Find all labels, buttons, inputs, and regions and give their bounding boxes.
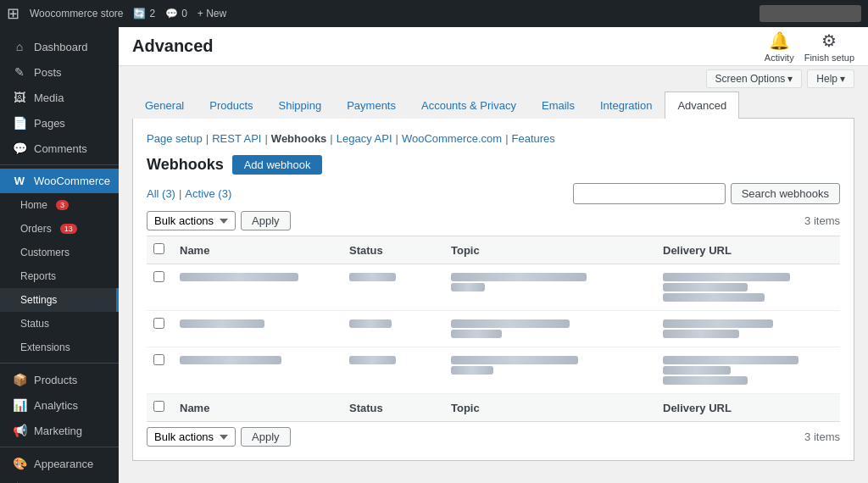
filter-active[interactable]: Active (3) (185, 187, 231, 200)
sub-nav-sep-4: | (396, 132, 398, 145)
extensions-label: Extensions (20, 341, 70, 353)
chevron-down-icon-help: ▾ (840, 73, 845, 85)
posts-icon: ✎ (12, 65, 27, 79)
sub-nav-sep-2: | (264, 132, 267, 145)
tab-integration[interactable]: Integration (587, 92, 665, 119)
bulk-bar-top: Bulk actions Apply 3 items (147, 211, 840, 230)
bulk-apply-button-top[interactable]: Apply (241, 211, 291, 230)
table-header-checkbox (147, 236, 171, 264)
options-bar: Screen Options ▾ Help ▾ (119, 66, 868, 92)
row-2-topic (442, 311, 654, 347)
search-webhooks-input[interactable] (573, 183, 726, 204)
help-button[interactable]: Help ▾ (807, 69, 854, 88)
add-webhook-button[interactable]: Add webhook (232, 155, 323, 175)
wc-tabs: General Products Shipping Payments Accou… (132, 92, 854, 119)
sidebar-item-status[interactable]: Status (0, 312, 119, 336)
row-2-checkbox[interactable] (153, 318, 164, 329)
tab-accounts-privacy[interactable]: Accounts & Privacy (409, 92, 529, 119)
sidebar-item-label: Analytics (34, 399, 78, 412)
sidebar-item-customers[interactable]: Customers (0, 241, 119, 264)
table-header-row: Name Status Topic Delivery URL (147, 236, 840, 264)
status-label: Status (20, 318, 49, 330)
row-1-topic (442, 264, 654, 311)
row-1-delivery-2 (663, 283, 748, 291)
row-checkbox-1 (147, 264, 171, 311)
sidebar-item-reports[interactable]: Reports (0, 264, 119, 288)
row-3-checkbox[interactable] (153, 354, 164, 365)
table-row (147, 347, 840, 394)
sidebar-item-extensions[interactable]: Extensions (0, 336, 119, 359)
bulk-actions-select-bottom[interactable]: Bulk actions (147, 427, 236, 447)
sidebar-item-appearance[interactable]: 🎨 Appearance (0, 451, 119, 476)
sidebar-item-comments[interactable]: 💬 Comments (0, 136, 119, 161)
comments-icon: 💬 (12, 142, 27, 155)
row-3-delivery-2 (663, 366, 731, 375)
appearance-icon: 🎨 (12, 457, 27, 470)
sidebar-item-dashboard[interactable]: ⌂ Dashboard (0, 34, 119, 59)
sidebar-item-label: Media (34, 92, 64, 104)
section-title: Webhooks (147, 156, 224, 174)
row-1-checkbox[interactable] (153, 271, 164, 282)
tab-shipping[interactable]: Shipping (266, 92, 335, 119)
bulk-left-top: Bulk actions Apply (147, 211, 291, 230)
tab-payments[interactable]: Payments (334, 92, 409, 119)
row-1-topic-extra (451, 283, 485, 291)
search-webhooks-button[interactable]: Search webhooks (731, 183, 840, 204)
sidebar-item-label: Comments (34, 142, 87, 155)
bulk-apply-button-bottom[interactable]: Apply (241, 427, 291, 447)
select-all-checkbox-bottom[interactable] (153, 401, 164, 412)
layout: ⌂ Dashboard ✎ Posts 🖼 Media 📄 Pages 💬 Co… (0, 27, 868, 483)
items-count-top: 3 items (804, 214, 840, 227)
admin-bar-new[interactable]: + New (198, 8, 226, 19)
main-topbar: Advanced 🔔 Activity ⚙ Finish setup (119, 27, 868, 66)
sidebar-item-marketing[interactable]: 📢 Marketing (0, 418, 119, 443)
row-3-delivery-3 (663, 376, 748, 385)
row-1-delivery (654, 264, 840, 311)
admin-bar-site-name[interactable]: Woocommerce store (30, 8, 123, 19)
row-3-name-value (180, 356, 281, 364)
admin-bar-comments[interactable]: 💬 0 (165, 8, 187, 19)
tab-emails[interactable]: Emails (529, 92, 587, 119)
tab-general[interactable]: General (132, 92, 197, 119)
row-2-delivery-2 (663, 330, 739, 338)
table-header-name: Name (171, 236, 341, 264)
bulk-actions-select-top[interactable]: Bulk actions (147, 211, 236, 230)
sub-nav-woocommerce-com[interactable]: WooCommerce.com (402, 132, 502, 145)
sub-nav-sep-1: | (206, 132, 209, 145)
sub-nav-features[interactable]: Features (512, 132, 555, 145)
row-3-topic-extra (451, 366, 493, 375)
sidebar-divider-2 (0, 363, 119, 364)
sidebar-item-home[interactable]: Home 3 (0, 193, 119, 217)
sidebar-item-pages[interactable]: 📄 Pages (0, 110, 119, 136)
row-1-status-value (349, 273, 396, 281)
activity-button[interactable]: 🔔 Activity (765, 31, 794, 63)
marketing-icon: 📢 (12, 424, 27, 437)
sidebar-item-label: Marketing (34, 425, 82, 437)
sub-nav: Page setup | REST API | Webhooks | Legac… (147, 132, 840, 145)
sidebar-item-media[interactable]: 🖼 Media (0, 85, 119, 110)
sidebar-item-posts[interactable]: ✎ Posts (0, 59, 119, 85)
settings-wrap: Page setup | REST API | Webhooks | Legac… (132, 119, 854, 461)
tab-products[interactable]: Products (197, 92, 265, 119)
row-2-delivery-1 (663, 319, 773, 328)
filter-links: All (3) | Active (3) (147, 187, 231, 200)
sidebar-item-plugins[interactable]: 🔌 Plugins 2 (0, 476, 119, 483)
finish-setup-button[interactable]: ⚙ Finish setup (804, 31, 854, 63)
sidebar-item-settings[interactable]: Settings (0, 288, 119, 312)
sub-nav-rest-api[interactable]: REST API (212, 132, 261, 145)
bulk-left-bottom: Bulk actions Apply (147, 427, 291, 447)
sidebar-item-orders[interactable]: Orders 13 (0, 217, 119, 241)
sidebar-divider-1 (0, 164, 119, 165)
sub-nav-page-setup[interactable]: Page setup (147, 132, 203, 145)
admin-bar-updates[interactable]: 🔄 2 (133, 8, 155, 19)
screen-options-button[interactable]: Screen Options ▾ (706, 69, 803, 88)
products-icon: 📦 (12, 373, 27, 386)
sidebar-item-products[interactable]: 📦 Products (0, 367, 119, 392)
sidebar-item-analytics[interactable]: 📊 Analytics (0, 392, 119, 418)
select-all-checkbox-top[interactable] (153, 243, 164, 254)
tab-advanced[interactable]: Advanced (665, 92, 739, 119)
sidebar-item-woocommerce[interactable]: W WooCommerce (0, 169, 119, 193)
filter-all[interactable]: All (3) (147, 187, 175, 200)
sub-nav-legacy-api[interactable]: Legacy API (337, 132, 392, 145)
table-footer-delivery-url: Delivery URL (654, 394, 840, 422)
